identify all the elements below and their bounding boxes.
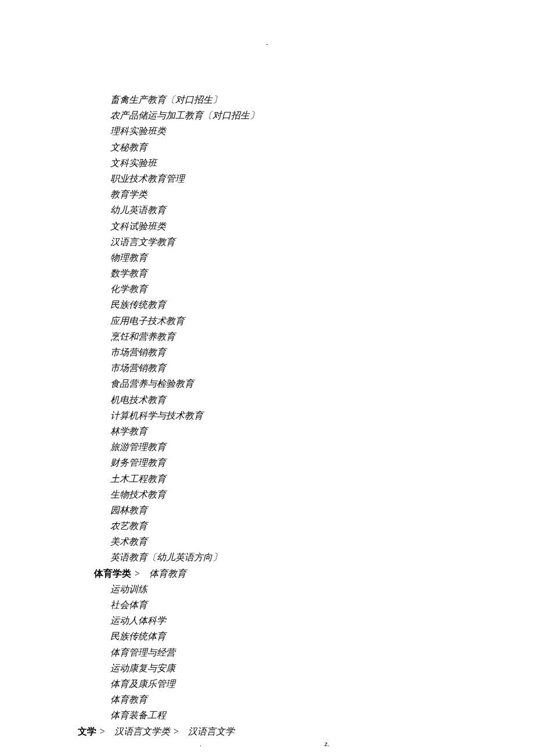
list-item: 应用电子技术教育 — [94, 313, 259, 329]
list-item: 文秘教育 — [94, 139, 259, 155]
list-item: 市场营销教育 — [94, 344, 259, 360]
list-item: 运动康复与安康 — [94, 660, 259, 676]
list-item: 土木工程教育 — [94, 471, 259, 487]
list-item: 理科实验班类 — [94, 123, 259, 139]
list-item: 运动训练 — [94, 581, 259, 597]
list-item: 财务管理教育 — [94, 455, 259, 470]
list-item: 物理教育 — [94, 250, 259, 265]
list-item: 汉语言文学教育 — [94, 234, 259, 250]
subcategory-label: 汉语言文学类 — [114, 726, 170, 736]
list-item: 食品营养与检验教育 — [94, 376, 259, 391]
category-first-item: 体育教育 — [149, 568, 186, 578]
list-item: 美术教育 — [94, 534, 259, 549]
list-item: 体育管理与经营 — [94, 645, 259, 660]
list-item: 职业技术教育管理 — [94, 171, 259, 186]
list-item: 烹饪和营养教育 — [94, 329, 259, 344]
list-item: 教育学类 — [94, 186, 259, 202]
list-item: 园林教育 — [94, 502, 259, 518]
category-label: 体育学类 — [94, 568, 131, 578]
header-mark: - — [0, 38, 534, 49]
list-item: 民族传统体育 — [94, 628, 259, 644]
list-item: 机电技术教育 — [94, 392, 259, 408]
content-block: 畜禽生产教育〔对口招生〕 农产品储运与加工教育〔对口招生〕 理科实验班类 文秘教… — [94, 92, 259, 739]
list-item: 农艺教育 — [94, 518, 259, 534]
category-label: 文学 — [78, 726, 96, 736]
list-item: 文科实验班 — [94, 155, 259, 171]
category-pe: 体育学类 > 体育教育 — [94, 566, 259, 581]
list-item: 体育教育 — [94, 692, 259, 707]
list-item: 社会体育 — [94, 597, 259, 613]
list-item: 体育及康乐管理 — [94, 676, 259, 692]
list-item: 文科试验班类 — [94, 218, 259, 234]
footer-dot: . — [200, 739, 201, 750]
separator: > — [135, 566, 140, 581]
list-item: 市场营销教育 — [94, 360, 259, 376]
separator: > — [174, 723, 179, 739]
list-item: 畜禽生产教育〔对口招生〕 — [94, 92, 259, 107]
footer-z: z. — [324, 739, 330, 750]
list-item: 幼儿英语教育 — [94, 202, 259, 218]
list-item: 运动人体科学 — [94, 613, 259, 628]
list-item: 化学教育 — [94, 281, 259, 297]
list-item: 计算机科学与技术教育 — [94, 408, 259, 423]
list-item: 数学教育 — [94, 265, 259, 281]
list-item: 体育装备工程 — [94, 707, 259, 723]
category-literature: 文学 > 汉语言文学类 > 汉语言文学 — [78, 723, 259, 739]
list-item: 生物技术教育 — [94, 487, 259, 502]
page: - 畜禽生产教育〔对口招生〕 农产品储运与加工教育〔对口招生〕 理科实验班类 文… — [0, 0, 534, 756]
major-label: 汉语言文学 — [188, 726, 234, 736]
list-item: 农产品储运与加工教育〔对口招生〕 — [94, 107, 259, 123]
list-item: 民族传统教育 — [94, 297, 259, 312]
separator: > — [100, 723, 105, 739]
list-item: 旅游管理教育 — [94, 439, 259, 455]
list-item: 英语教育〔幼儿英语方向〕 — [94, 549, 259, 565]
list-item: 林学教育 — [94, 423, 259, 439]
